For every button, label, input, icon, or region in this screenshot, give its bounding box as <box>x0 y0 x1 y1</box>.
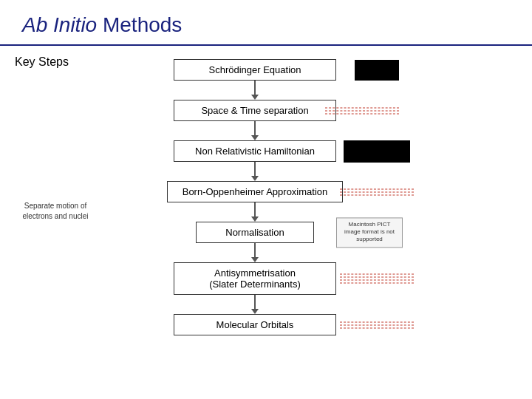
left-label-area: Separate motion of electrons and nuclei <box>15 53 96 335</box>
antisymm-box: Antisymmetrisation(Slater Determinants) <box>174 262 336 295</box>
dashed-annotation-4 <box>340 321 414 328</box>
flowchart: Schrödinger Equation Space & Time separa… <box>96 53 414 335</box>
arrow-3 <box>254 162 256 181</box>
pict-annotation: Macintosh PICT image format is not suppo… <box>336 217 403 248</box>
dashed-annotation-1 <box>325 107 399 114</box>
separate-motion-label: Separate motion of electrons and nuclei <box>15 201 96 222</box>
normalisation-box: Normalisation <box>196 222 314 243</box>
dashed-annotation-2 <box>340 188 414 195</box>
arrow-6 <box>254 295 256 314</box>
dashed-annotation-3 <box>340 274 414 284</box>
black-annotation-1 <box>355 60 399 81</box>
space-time-box: Space & Time separation <box>174 100 336 121</box>
molecular-orbitals-box: Molecular Orbitals <box>174 314 336 335</box>
arrow-4 <box>254 202 256 222</box>
black-annotation-2 <box>344 140 410 163</box>
hamiltonian-box: Non Relativistic Hamiltonian <box>174 140 336 162</box>
header: Ab Initio Methods <box>0 0 532 46</box>
schrodinger-box: Schrödinger Equation <box>174 59 336 81</box>
arrow-2 <box>254 121 256 140</box>
page-title: Ab Initio Methods <box>22 13 510 37</box>
arrow-1 <box>254 81 256 100</box>
page: Ab Initio Methods Key Steps Separate mot… <box>0 0 532 399</box>
pict-note: Macintosh PICT image format is not suppo… <box>336 217 403 248</box>
right-spacer <box>414 53 517 335</box>
born-oppenheimer-box: Born-Oppenheimer Approximation <box>167 181 344 202</box>
arrow-5 <box>254 243 256 262</box>
